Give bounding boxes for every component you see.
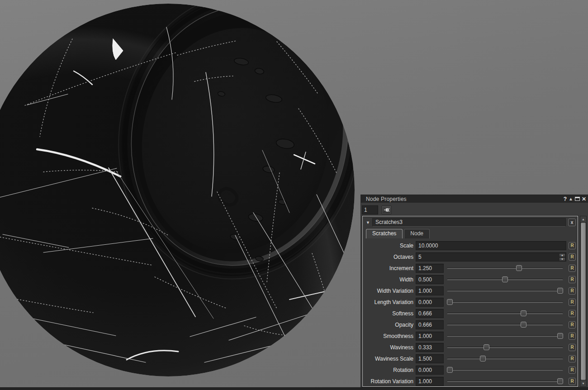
tab-bar: Scratches Node [366,229,578,238]
value-input[interactable] [416,264,444,273]
value-input[interactable] [416,252,566,262]
field-control [416,332,566,341]
field-label: Rotation [364,367,416,373]
bottom-panel-edge [0,387,588,390]
spinner-up-icon[interactable]: ▲ [559,253,565,257]
slider-handle[interactable] [502,276,508,282]
value-input[interactable] [416,377,444,386]
field-control [416,320,566,329]
slider-handle[interactable] [557,333,563,339]
tab-scratches[interactable]: Scratches [366,229,403,238]
value-input[interactable] [416,241,566,250]
field-row: WavinessR [363,342,578,353]
reset-button[interactable]: R [569,366,576,374]
slider-handle[interactable] [521,310,526,316]
expander-icon[interactable]: ▼ [365,220,370,225]
scroll-up-icon[interactable]: ▲ [580,216,586,222]
value-input[interactable] [416,298,444,307]
slider[interactable] [447,286,563,295]
slider[interactable] [447,377,563,385]
value-input[interactable] [416,275,444,284]
reset-button[interactable]: R [569,355,576,362]
slider-track[interactable] [447,324,563,325]
slider-track[interactable] [447,313,563,314]
slider[interactable] [447,332,563,340]
spinner-down-icon[interactable]: ▼ [559,257,565,261]
vertical-scrollbar[interactable]: ▲ ▼ [580,216,587,387]
node-header: ▼ Scratches3 x [365,218,576,227]
value-input[interactable] [416,332,444,341]
slider[interactable] [447,275,563,284]
slider-track[interactable] [447,335,563,337]
slider-handle[interactable] [447,299,453,305]
slider-handle[interactable] [480,356,486,361]
slider-track[interactable] [447,290,563,291]
reset-button[interactable]: R [569,310,576,317]
slider-handle[interactable] [516,265,522,271]
slider[interactable] [447,354,563,363]
slider[interactable] [447,264,563,272]
field-label: Length Variation [364,299,416,305]
slider-track[interactable] [447,369,563,371]
slider[interactable] [447,343,563,352]
panel-scroll-area: ▼ Scratches3 x Scratches Node ScaleROcta… [362,216,587,387]
slider[interactable] [447,309,563,318]
slider-track[interactable] [447,267,563,269]
slider-handle[interactable] [447,367,453,373]
tab-node[interactable]: Node [404,229,430,238]
scrollbar-thumb[interactable] [581,223,586,380]
node-name-field[interactable]: Scratches3 [372,218,566,227]
reset-button[interactable]: R [569,276,576,283]
field-row: RotationR [363,364,578,376]
field-row: SoftnessR [363,308,578,319]
slider-handle[interactable] [557,378,563,384]
slider[interactable] [447,366,563,374]
panel-count-input[interactable] [362,205,378,214]
slider-handle[interactable] [557,288,563,294]
value-input[interactable] [416,366,444,375]
restore-icon[interactable] [575,197,580,201]
3d-viewport[interactable] [0,0,362,390]
field-label: Width [364,276,416,283]
field-label: Waviness Scale [364,356,416,362]
value-input[interactable] [416,309,444,318]
reset-button[interactable]: R [569,287,576,295]
slider[interactable] [447,298,563,306]
value-input[interactable] [416,343,444,352]
pin-icon [384,208,389,212]
slider-handle[interactable] [521,322,526,328]
slider-track[interactable] [447,380,563,382]
fields: ScaleROctaves▲▼RIncrementRWidthRWidth Va… [363,240,578,387]
panel-toolbar [361,203,588,215]
scrollbar-track[interactable] [580,222,586,380]
pin-button[interactable] [381,205,392,214]
reset-button[interactable]: R [569,344,576,351]
slider-track[interactable] [447,347,563,348]
reset-button[interactable]: R [569,253,576,261]
field-label: Octaves [364,254,416,260]
field-control: ▲▼ [416,252,566,262]
reset-button[interactable]: R [569,299,576,306]
titlebar-icons: ? ▲ ✕ [564,196,586,202]
slider[interactable] [447,320,563,329]
value-input[interactable] [416,320,444,329]
value-input[interactable] [416,354,444,363]
close-icon[interactable]: ✕ [582,196,586,202]
slider-track[interactable] [447,301,563,303]
help-icon[interactable]: ? [564,196,567,202]
field-label: Opacity [364,322,416,328]
reset-button[interactable]: R [569,321,576,328]
scroll-down-icon[interactable]: ▼ [580,380,586,386]
field-row: OpacityR [363,319,578,330]
value-input[interactable] [416,286,444,295]
collapse-icon[interactable]: ▲ [569,196,573,202]
remove-node-button[interactable]: x [568,219,576,226]
slider-track[interactable] [447,358,563,359]
reset-button[interactable]: R [569,378,576,385]
field-row: WidthR [363,274,578,285]
reset-button[interactable]: R [569,333,576,340]
slider-handle[interactable] [484,344,489,350]
panel-titlebar[interactable]: Node Properties ? ▲ ✕ [361,195,588,203]
reset-button[interactable]: R [569,265,576,272]
reset-button[interactable]: R [569,242,576,249]
